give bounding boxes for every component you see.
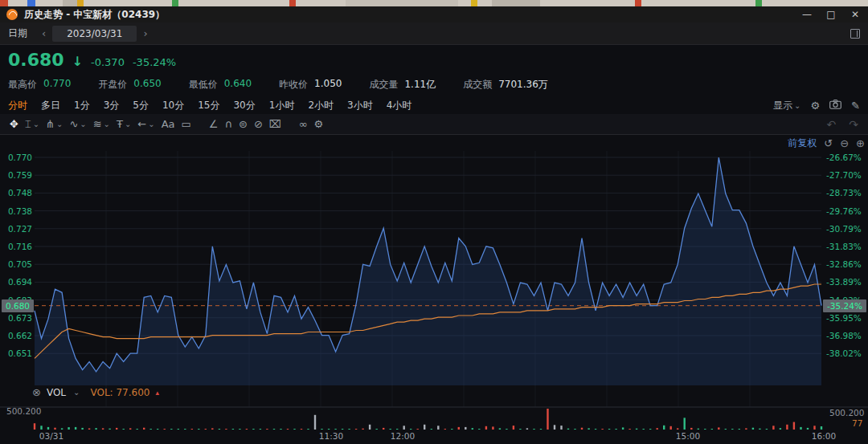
price-axis-label: 0.694 [0, 277, 32, 287]
stat-value: 1.050 [314, 78, 342, 92]
stat-label: 成交量 [369, 78, 398, 92]
previous-date-button[interactable]: ‹ [35, 27, 52, 39]
link-drawings-tool[interactable]: ∞ [299, 118, 308, 130]
percent-axis-label: -33.89% [826, 277, 868, 287]
window-title: 历史走势 - 中宝新材（02439） [24, 8, 165, 22]
wave-tool[interactable]: ∿⌄ [69, 118, 86, 130]
arrow-tool[interactable]: ←⌄ [137, 118, 154, 130]
edit-pencil-icon[interactable]: ✎ [851, 100, 860, 112]
chevron-down-icon: ⌄ [794, 101, 800, 110]
price-axis-label: 0.748 [0, 188, 32, 198]
percent-axis-label: -31.83% [826, 242, 868, 251]
chevron-down-icon: ⌄ [104, 120, 110, 128]
tab-1小时[interactable]: 1小时 [269, 99, 295, 112]
tab-1分[interactable]: 1分 [74, 99, 90, 112]
stat-label: 最低价 [189, 78, 218, 92]
channel-tool[interactable]: ≋⌄ [93, 118, 110, 130]
chart-settings-gear-icon[interactable]: ⚙ [810, 100, 820, 112]
display-label: 显示 [773, 100, 792, 111]
drawing-toolbar: ✥⌶⌄⋔⌄∿⌄≋⌄Ŧ⌄←⌄Aa▭∠∩⊜⊘⌧∞⚙ ↶ ↷ [0, 114, 868, 135]
price-change: -0.370 [91, 56, 125, 68]
tab-4小时[interactable]: 4小时 [387, 99, 412, 112]
tab-2小时[interactable]: 2小时 [308, 99, 334, 112]
close-button[interactable]: ✕ [849, 9, 862, 20]
tab-3小时[interactable]: 3小时 [347, 99, 373, 112]
period-tabs-bar: 分时多日1分3分5分10分15分30分1小时2小时3小时4小时 显示⌄ ⚙ ✎ [0, 96, 868, 114]
zoom-in-icon[interactable]: ⊕ [856, 137, 865, 149]
tab-多日[interactable]: 多日 [41, 99, 60, 112]
draw-settings-tool[interactable]: ⚙ [314, 118, 324, 130]
angle-tool[interactable]: ∠ [209, 118, 219, 130]
reset-zoom-icon[interactable]: ↺ [824, 137, 833, 149]
stat-value: 7701.36万 [498, 78, 548, 92]
price-axis-label: 0.651 [0, 348, 32, 358]
time-axis-label: 11:30 [319, 431, 343, 441]
continuous-draw-tool[interactable]: ⊜ [239, 118, 248, 130]
price-axis-label: 0.705 [0, 259, 32, 269]
chevron-down-icon: ⌄ [125, 120, 131, 128]
date-value[interactable]: 2023/03/31 [52, 26, 137, 42]
tab-30分[interactable]: 30分 [233, 99, 255, 112]
time-axis-label: 15:00 [676, 431, 700, 441]
chevron-down-icon[interactable]: ⌄ [73, 388, 80, 397]
price-change-percent: -35.24% [133, 56, 176, 68]
text-tool[interactable]: Aa [162, 118, 175, 130]
delete-drawings-tool[interactable]: ⌧ [269, 118, 281, 130]
comment-tool[interactable]: ▭ [182, 118, 191, 130]
quote-stats-row: 最高价0.770开盘价0.650最低价0.640昨收价1.050成交量1.11亿… [8, 78, 860, 92]
percent-axis-label: -29.76% [826, 206, 868, 216]
date-label: 日期 [8, 26, 27, 40]
calendar-panel-icon[interactable] [850, 29, 860, 39]
date-navigation-bar: 日期 ‹ 2023/03/31 › [0, 22, 868, 45]
history-trend-window: 历史走势 - 中宝新材（02439） — □ ✕ 日期 ‹ 2023/03/31… [0, 0, 868, 444]
move-tool[interactable]: ✥ [10, 118, 18, 130]
current-price-badge: 0.680 [2, 299, 34, 312]
chart-area[interactable]: 前复权 ↺ ⊖ ⊕ 0.7700.7590.7480.7380.7270.716… [0, 135, 868, 444]
price-axis-label: 0.716 [0, 242, 32, 251]
redo-icon[interactable]: ↷ [849, 118, 858, 131]
gann-tool[interactable]: Ŧ⌄ [117, 118, 131, 130]
volume-last-value: 77 [852, 418, 862, 428]
percent-axis-label: -27.70% [826, 170, 868, 180]
forward-adjust-button[interactable]: 前复权 [788, 136, 817, 150]
quote-summary: 0.680 ↓ -0.370 -35.24% 最高价0.770开盘价0.650最… [0, 45, 868, 96]
app-logo-icon [6, 9, 18, 20]
title-bar: 历史走势 - 中宝新材（02439） — □ ✕ [0, 6, 868, 22]
zoom-out-icon[interactable]: ⊖ [840, 137, 849, 149]
percent-axis-label: -28.73% [826, 188, 868, 198]
minimize-button[interactable]: — [800, 9, 813, 20]
time-axis-label: 03/31 [39, 431, 63, 441]
time-axis-label: 12:00 [391, 431, 415, 441]
pitchfork-tool[interactable]: ⋔⌄ [46, 118, 63, 130]
display-dropdown[interactable]: 显示⌄ [773, 99, 800, 112]
stat-label: 成交额 [463, 78, 492, 92]
magnet-tool[interactable]: ∩ [224, 118, 232, 130]
percent-axis-label: -26.67% [826, 153, 868, 162]
tab-分时[interactable]: 分时 [8, 99, 27, 112]
tab-3分[interactable]: 3分 [104, 99, 120, 112]
current-percent-badge: -35.24% [823, 299, 866, 312]
stat-item: 开盘价0.650 [98, 78, 161, 92]
volume-indicator-row: ⊗ VOL ⌄ VOL: 77.600 ▴ [32, 386, 159, 398]
price-axis-label: 0.770 [0, 153, 32, 162]
stat-value: 0.650 [133, 78, 161, 92]
segment-tool[interactable]: ⌶⌄ [25, 118, 39, 131]
stat-value: 0.770 [43, 78, 71, 92]
screenshot-camera-icon[interactable] [829, 100, 841, 112]
hide-drawings-tool[interactable]: ⊘ [254, 118, 263, 130]
background-desktop-strip [0, 0, 868, 6]
stat-item: 最低价0.640 [189, 78, 252, 92]
undo-icon[interactable]: ↶ [827, 118, 837, 131]
price-axis-label: 0.673 [0, 313, 32, 323]
tab-15分[interactable]: 15分 [198, 99, 219, 112]
percent-axis-label: -36.98% [826, 331, 868, 340]
next-date-button[interactable]: › [137, 27, 154, 39]
maximize-button[interactable]: □ [825, 9, 837, 20]
chevron-down-icon: ⌄ [80, 120, 86, 128]
stat-item: 昨收价1.050 [279, 78, 342, 92]
close-indicator-icon[interactable]: ⊗ [32, 386, 41, 398]
price-axis-label: 0.727 [0, 224, 32, 234]
tab-10分[interactable]: 10分 [162, 99, 184, 112]
current-price: 0.680 [8, 50, 64, 70]
tab-5分[interactable]: 5分 [133, 99, 149, 112]
